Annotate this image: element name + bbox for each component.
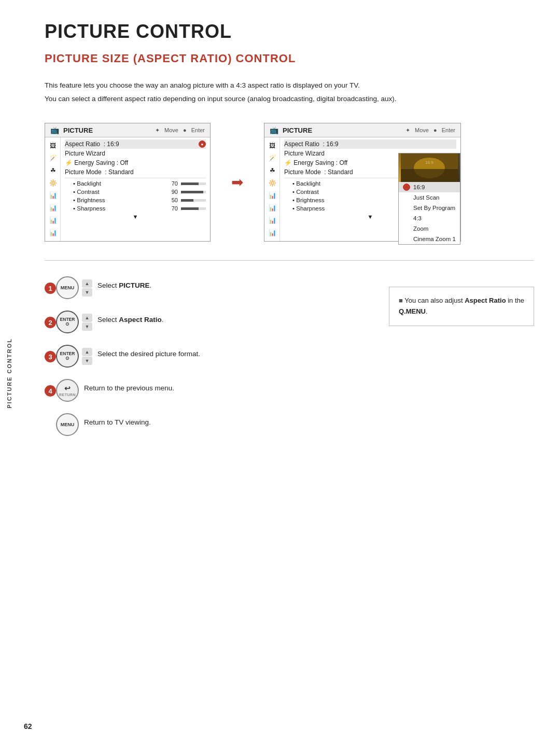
menu-body-right: 🖼 🪄 ☘ 🔆 📊 📊 📊 📊 Aspect Ratio : 16:9 Pict… (264, 137, 460, 241)
step3-badge-row: 3 ENTER⊙ ▲ ▼ (45, 345, 92, 368)
step2-keyword: Aspect Ratio (119, 316, 162, 323)
icon-wand: 🪄 (45, 152, 61, 164)
mode-label-left: Picture Mode : Standard (65, 168, 206, 176)
icon-mode-r: 🔆 (264, 177, 280, 189)
enter-label-left: Enter (191, 127, 205, 133)
menu-button-1[interactable]: MENU (56, 276, 79, 299)
step1-text: Select PICTURE. (97, 276, 151, 291)
separator-left (65, 178, 206, 178)
section-title: PICTURE SIZE (ASPECT RATIO) CONTROL (45, 52, 534, 65)
step-3: 3 ENTER⊙ ▲ ▼ Select the desired picture … (45, 345, 368, 368)
step3-buttons: ENTER⊙ ▲ ▼ (56, 345, 92, 368)
popup-item-169[interactable]: 16:9 (399, 182, 460, 192)
down-arrow-2[interactable]: ▼ (82, 322, 92, 331)
page-title: PICTURE CONTROL (45, 21, 534, 43)
step4-number: 4 (45, 385, 56, 397)
popup-item-zoom[interactable]: Zoom (399, 223, 460, 234)
steps-left: 1 MENU ▲ ▼ Select PICTURE. (45, 276, 368, 447)
menu-button-5[interactable]: MENU (56, 413, 79, 436)
icon-contrast: 📊 (45, 202, 61, 214)
icon-brightness-r: 📊 (264, 214, 280, 227)
menu-btn-label-5: MENU (61, 422, 75, 427)
aspect-label-left: Aspect Ratio : 16:9 (65, 140, 199, 148)
popup-item-43[interactable]: 4:3 (399, 213, 460, 223)
step4-badge-row: 4 ↩ RETURN (45, 379, 79, 402)
contrast-bar-left: 90 (172, 189, 206, 195)
aspect-ratio-row-right: Aspect Ratio : 16:9 (284, 139, 456, 149)
brightness-label-left: • Brightness (73, 197, 172, 203)
down-arrow-1[interactable]: ▼ (82, 288, 92, 297)
enter-button-2[interactable]: ENTER⊙ (56, 311, 79, 333)
note-keyword-1: Aspect Ratio (465, 297, 506, 304)
energy-label-left: ⚡ Energy Saving : Off (65, 159, 206, 166)
nav-arrows-2: ▲ ▼ (82, 314, 92, 331)
move-label-right: Move (415, 127, 429, 133)
step2-number: 2 (45, 317, 56, 328)
icon-contrast-r: 📊 (264, 202, 280, 214)
up-arrow-2[interactable]: ▲ (82, 314, 92, 322)
note-box: You can also adjust Aspect Ratio in the … (389, 287, 534, 326)
popup-label-setbyprogram: Set By Program (413, 205, 455, 211)
enter-button-3[interactable]: ENTER⊙ (56, 345, 79, 368)
step3-number: 3 (45, 351, 56, 362)
icon-picture-r: 🖼 (264, 139, 280, 152)
popup-check-169 (403, 184, 410, 191)
enter-icon-left: ● (183, 127, 187, 133)
desc-line1: This feature lets you choose the way an … (45, 80, 534, 91)
picture-wizard-row-left: Picture Wizard (65, 149, 206, 158)
tv-icon-left: 📺 (50, 126, 59, 134)
menu-controls-left: ✦ Move ● Enter (152, 127, 205, 134)
steps-area: 1 MENU ▲ ▼ Select PICTURE. (45, 276, 534, 447)
menu-body-left: 🖼 🪄 ☘ 🔆 📊 📊 📊 📊 Aspect Ratio : 16:9 ● (45, 137, 210, 241)
note-keyword-2: Q.MENU (399, 307, 426, 315)
popup-check-justscan (403, 194, 410, 201)
up-arrow-3[interactable]: ▲ (82, 348, 92, 356)
svg-text:16:9: 16:9 (425, 160, 433, 165)
enter-btn-label-2: ENTER⊙ (60, 317, 75, 327)
popup-check-setbyprogram (403, 204, 410, 212)
backlight-bar-left: 70 (172, 180, 206, 187)
note-text-middle: in the (506, 297, 524, 304)
menu-screen-right: 📺 PICTURE ✦ Move ● Enter 🖼 🪄 ☘ 🔆 📊 (264, 123, 461, 242)
icon-picture: 🖼 (45, 139, 61, 152)
move-icon-right: ✦ (405, 127, 410, 133)
popup-item-setbyprogram[interactable]: Set By Program (399, 203, 460, 213)
main-divider (45, 260, 534, 261)
description: This feature lets you choose the way an … (45, 80, 534, 104)
return-label-4: RETURN (59, 393, 76, 397)
step1-badge-row: 1 MENU ▲ ▼ (45, 276, 92, 299)
enter-btn-label-3: ENTER⊙ (60, 351, 75, 361)
move-icon-left: ✦ (155, 127, 160, 133)
up-arrow-1[interactable]: ▲ (82, 279, 92, 288)
popup-item-cinemaz1[interactable]: Cinema Zoom 1 (399, 234, 460, 244)
aspect-check-left: ● (199, 140, 206, 148)
menu-btn-label-1: MENU (61, 285, 75, 290)
aspect-label-right: Aspect Ratio : 16:9 (284, 140, 456, 148)
sharpness-label-left: • Sharpness (73, 205, 172, 212)
icon-backlight-r: 📊 (264, 189, 280, 202)
picture-mode-row-left: Picture Mode : Standard (65, 167, 206, 177)
menu-title-right: PICTURE (283, 126, 312, 134)
step5-buttons: MENU (56, 413, 79, 436)
enter-label-right: Enter (442, 127, 455, 133)
down-arrow-3[interactable]: ▼ (82, 357, 92, 365)
icon-sharpness-r: 📊 (264, 227, 280, 239)
menu-header-right: 📺 PICTURE ✦ Move ● Enter (264, 123, 460, 137)
popup-item-justscan[interactable]: Just Scan (399, 192, 460, 203)
icon-brightness: 📊 (45, 214, 61, 227)
energy-saving-row-left: ⚡ Energy Saving : Off (65, 158, 206, 167)
note-text-before: You can also adjust (404, 297, 465, 304)
wizard-label-left: Picture Wizard (65, 150, 206, 157)
return-icon-4: ↩ (64, 384, 71, 392)
note-text-end: . (426, 307, 428, 315)
sidebar-label: PICTURE CONTROL (6, 338, 12, 409)
icon-sharpness: 📊 (45, 227, 61, 239)
icon-backlight: 📊 (45, 189, 61, 202)
nav-arrows-1: ▲ ▼ (82, 279, 92, 297)
step1-keyword: PICTURE (119, 281, 149, 289)
menu-controls-right: ✦ Move ● Enter (402, 127, 455, 134)
step1-buttons: MENU ▲ ▼ (56, 276, 92, 299)
step-4: 4 ↩ RETURN Return to the previous menu. (45, 379, 368, 402)
return-button-4[interactable]: ↩ RETURN (56, 379, 79, 402)
steps-right: You can also adjust Aspect Ratio in the … (389, 276, 534, 447)
